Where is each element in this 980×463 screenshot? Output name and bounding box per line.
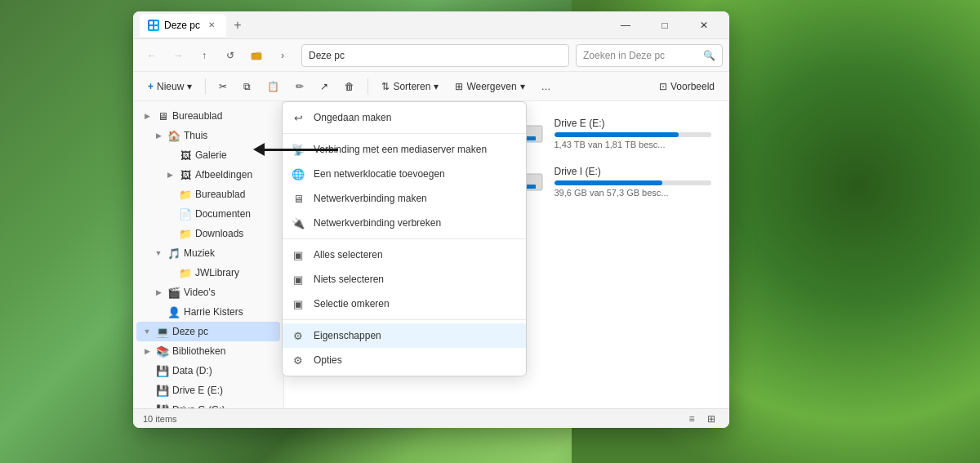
address-bar[interactable]: Deze pc [301, 44, 569, 67]
preview-button[interactable]: ⊡ Voorbeeld [653, 76, 721, 97]
refresh-button[interactable]: ↺ [218, 44, 243, 67]
copy-icon: ⧉ [243, 81, 251, 92]
back-button[interactable]: ← [140, 44, 164, 67]
expand-icon-downloads [164, 228, 176, 239]
title-bar: Deze pc ✕ + — □ ✕ [133, 11, 729, 39]
search-box[interactable]: Zoeken in Deze pc 🔍 [576, 44, 723, 67]
drive-bar-bg-drive-i [555, 180, 712, 185]
sidebar-label-drivee: Drive E (E:) [172, 385, 223, 396]
menu-item-eigenschappen[interactable]: ⚙Eigenschappen [284, 323, 526, 348]
grid-view-button[interactable]: ⊞ [703, 412, 719, 426]
new-icon: + [148, 81, 154, 92]
folder-icon-videos: 🎬 [167, 286, 180, 299]
folder-icon-btn[interactable] [244, 44, 269, 67]
sidebar-item-dezepc[interactable]: ▼💻Deze pc [136, 322, 280, 341]
active-tab[interactable]: Deze pc ✕ [140, 14, 226, 37]
sidebar-item-driveg[interactable]: 💾Drive G (G:) [136, 400, 280, 408]
menu-label-selectie-omkeren: Selectie omkeren [314, 298, 390, 309]
menu-item-niets-selecteren[interactable]: ▣Niets selecteren [284, 267, 526, 292]
menu-icon-ongedaan: ↩ [291, 110, 305, 125]
navigation-sidebar: ▶🖥Bureaublad▶🏠Thuis🖼Galerie▶🖼Afbeeldinge… [133, 101, 284, 408]
sidebar-item-thuis[interactable]: ▶🏠Thuis [136, 126, 280, 145]
sidebar-item-bureaublad[interactable]: ▶🖥Bureaublad [136, 106, 280, 126]
search-icon: 🔍 [703, 50, 715, 61]
view-button[interactable]: ⊞ Weergeven ▾ [448, 76, 531, 97]
view-dropdown-icon: ▾ [520, 81, 525, 92]
folder-icon-afbeeldingen: 🖼 [179, 168, 192, 181]
sidebar-item-videos[interactable]: ▶🎬Video's [136, 283, 280, 302]
sidebar-item-documenten[interactable]: 📄Documenten [136, 204, 280, 224]
paste-icon: 📋 [267, 81, 279, 92]
rename-button[interactable]: ✏ [289, 76, 310, 97]
items-count: 10 items [143, 414, 177, 424]
sidebar-item-muziek[interactable]: ▼🎵Muziek [136, 243, 280, 263]
sidebar-item-afbeeldingen[interactable]: ▶🖼Afbeeldingen [136, 165, 280, 185]
expand-path-btn[interactable]: › [270, 44, 295, 67]
sidebar-label-downloads: Downloads [195, 228, 243, 239]
sidebar-item-bibliotheken[interactable]: ▶📚Bibliotheken [136, 341, 280, 361]
folder-icon-drivee: 💾 [156, 384, 169, 397]
sidebar-item-harrie[interactable]: 👤Harrie Kisters [136, 302, 280, 322]
sidebar-label-harrie: Harrie Kisters [184, 306, 243, 318]
menu-icon-opties: ⚙ [291, 353, 305, 367]
menu-item-netwerkverbinding[interactable]: 🖥Netwerkverbinding maken [284, 186, 526, 211]
sidebar-item-datad[interactable]: 💾Data (D:) [136, 361, 280, 381]
folder-icon-downloads: 📁 [179, 227, 192, 240]
sort-button[interactable]: ⇅ Sorteren ▾ [375, 76, 445, 97]
view-toggle: ≡ ⊞ [684, 412, 719, 426]
expand-icon-bureaublad2 [164, 189, 176, 200]
tab-close-btn[interactable]: ✕ [205, 19, 218, 32]
sidebar-item-jwlibrary[interactable]: 📁JWLibrary [136, 263, 280, 283]
menu-item-selectie-omkeren[interactable]: ▣Selectie omkeren [284, 292, 526, 316]
status-bar: 10 items ≡ ⊞ [133, 408, 729, 428]
menu-item-ongedaan[interactable]: ↩Ongedaan maken [284, 105, 526, 130]
menu-item-netwerkverbinding-verbreken[interactable]: 🔌Netwerkverbinding verbreken [284, 211, 526, 235]
forward-button[interactable]: → [166, 44, 190, 67]
menu-item-alles-selecteren[interactable]: ▣Alles selecteren [284, 243, 526, 267]
paste-button[interactable]: 📋 [261, 76, 286, 97]
new-button[interactable]: + Nieuw ▾ [141, 76, 198, 97]
close-button[interactable]: ✕ [685, 12, 723, 38]
cut-icon: ✂ [219, 81, 227, 92]
sort-label: Sorteren [393, 81, 430, 92]
ribbon-separator-1 [205, 78, 206, 95]
new-dropdown-icon: ▾ [187, 81, 192, 92]
menu-label-netwerklocatie: Een netwerklocatie toevoegen [314, 168, 445, 180]
cut-button[interactable]: ✂ [212, 76, 234, 97]
sort-icon: ⇅ [381, 81, 390, 92]
menu-item-netwerklocatie[interactable]: 🌐Een netwerklocatie toevoegen [284, 162, 526, 186]
expand-icon-harrie [153, 306, 164, 318]
copy-button[interactable]: ⧉ [237, 76, 257, 97]
new-tab-button[interactable]: + [226, 14, 249, 37]
delete-button[interactable]: 🗑 [338, 76, 361, 97]
menu-label-alles-selecteren: Alles selecteren [314, 249, 383, 260]
sidebar-item-bureaublad2[interactable]: 📁Bureaublad [136, 185, 280, 204]
sidebar-item-downloads[interactable]: 📁Downloads [136, 224, 280, 243]
more-button[interactable]: … [535, 76, 558, 97]
menu-separator [284, 238, 526, 239]
folder-icon-jwlibrary: 📁 [179, 266, 192, 279]
menu-item-verbinding-media[interactable]: 📡Verbinding met een mediaserver maken [284, 137, 526, 162]
sidebar-item-galerie[interactable]: 🖼Galerie [136, 145, 280, 165]
menu-separator [284, 133, 526, 134]
more-icon: … [541, 81, 551, 92]
list-view-button[interactable]: ≡ [684, 412, 700, 426]
drive-item-drive-i[interactable]: Drive I (E:)39,6 GB van 57,3 GB besc... [509, 159, 720, 204]
menu-icon-eigenschappen: ⚙ [291, 328, 305, 343]
up-icon: ↑ [202, 50, 207, 61]
ribbon-separator-2 [368, 78, 368, 95]
expand-icon-documenten [164, 208, 176, 220]
drive-name-drive-e: Drive E (E:) [555, 118, 712, 129]
drive-info-drive-e: Drive E (E:)1,43 TB van 1,81 TB besc... [555, 118, 712, 149]
maximize-button[interactable]: □ [646, 12, 684, 38]
menu-item-opties[interactable]: ⚙Opties [284, 348, 526, 372]
up-button[interactable]: ↑ [192, 44, 216, 67]
folder-icon-bureaublad2: 📁 [179, 188, 192, 201]
share-button[interactable]: ↗ [314, 76, 335, 97]
svg-rect-0 [149, 21, 153, 24]
file-explorer-window: Deze pc ✕ + — □ ✕ ← → ↑ ↺ [133, 11, 729, 428]
drive-item-drive-e[interactable]: Drive E (E:)1,43 TB van 1,81 TB besc... [509, 111, 720, 156]
minimize-button[interactable]: — [607, 12, 644, 38]
view-label: Weergeven [466, 81, 516, 92]
sidebar-item-drivee[interactable]: 💾Drive E (E:) [136, 381, 280, 400]
